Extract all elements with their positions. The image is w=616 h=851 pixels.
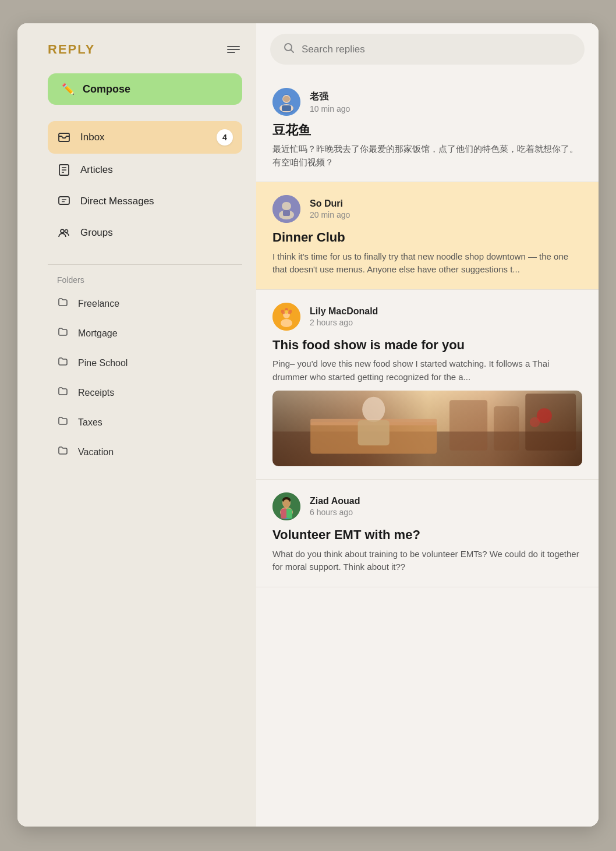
folder-icon-vacation: [57, 445, 69, 459]
dm-icon: [57, 194, 71, 208]
message-header-lily: Lily MacDonald 2 hours ago: [272, 303, 582, 331]
folders-section-label: Folders: [48, 275, 242, 285]
message-subject-soduri: Dinner Club: [272, 230, 582, 245]
svg-point-41: [530, 417, 540, 427]
sender-time-soduri: 20 min ago: [310, 210, 350, 219]
folder-label-receipts: Receipts: [78, 388, 114, 398]
search-input[interactable]: [302, 44, 572, 55]
message-body-ziad: What do you think about training to be v…: [272, 548, 582, 574]
svg-rect-38: [494, 406, 519, 451]
compose-button[interactable]: ✏️ Compose: [48, 73, 242, 105]
message-card-ziad[interactable]: Ziad Aouad 6 hours ago Volunteer EMT wit…: [256, 480, 599, 587]
folder-item-vacation[interactable]: Vacation: [48, 438, 242, 466]
sender-time-lily: 2 hours ago: [310, 318, 378, 327]
compose-icon: ✏️: [62, 83, 75, 95]
articles-label: Articles: [80, 164, 113, 176]
avatar-ziad: [272, 492, 300, 520]
svg-rect-36: [358, 420, 390, 445]
sender-name-lily: Lily MacDonald: [310, 306, 378, 317]
compose-label: Compose: [83, 83, 130, 95]
folder-label-vacation: Vacation: [78, 447, 114, 458]
message-image-lily: [272, 391, 582, 466]
app-logo: REPLY: [48, 42, 95, 57]
sender-time-laomao: 10 min ago: [310, 104, 350, 114]
folder-icon-pine-school: [57, 356, 69, 370]
menu-line-2: [227, 49, 240, 50]
svg-rect-18: [282, 105, 291, 111]
sender-time-ziad: 6 hours ago: [310, 508, 360, 517]
main-content: 老强 10 min ago 豆花鱼 最近忙吗？昨晚我去了你最爱的那家饭馆，点了他…: [256, 23, 599, 827]
nav-items: Inbox 4 Articles: [48, 121, 242, 248]
folder-item-taxes[interactable]: Taxes: [48, 408, 242, 437]
nav-divider: [48, 264, 242, 265]
svg-rect-5: [59, 197, 69, 204]
groups-icon: [57, 226, 71, 240]
avatar-soduri: [272, 195, 300, 223]
message-subject-lily: This food show is made for you: [272, 338, 582, 353]
sender-info-lily: Lily MacDonald 2 hours ago: [310, 306, 378, 327]
sidebar-item-articles[interactable]: Articles: [48, 155, 242, 185]
folder-icon-taxes: [57, 415, 69, 430]
dm-label: Direct Messages: [80, 196, 154, 207]
sidebar-item-groups[interactable]: Groups: [48, 218, 242, 248]
menu-line-1: [227, 46, 240, 47]
folder-item-freelance[interactable]: Freelance: [48, 289, 242, 318]
svg-rect-20: [282, 202, 291, 210]
inbox-label: Inbox: [80, 132, 105, 143]
menu-line-3: [227, 52, 235, 53]
message-card-soduri[interactable]: So Duri 20 min ago Dinner Club I think i…: [256, 182, 599, 289]
message-body-lily: Ping– you'd love this new food show I st…: [272, 357, 582, 384]
sender-name-laomao: 老强: [310, 91, 350, 103]
message-card-laomao[interactable]: 老强 10 min ago 豆花鱼 最近忙吗？昨晚我去了你最爱的那家饭馆，点了他…: [256, 75, 599, 182]
message-body-laomao: 最近忙吗？昨晚我去了你最爱的那家饭馆，点了他们的特色菜，吃着就想你了。有空咱们视…: [272, 143, 582, 169]
inbox-badge: 4: [217, 129, 233, 146]
sender-info-laomao: 老强 10 min ago: [310, 91, 350, 114]
folder-icon-receipts: [57, 385, 69, 400]
svg-point-35: [362, 397, 385, 422]
svg-rect-37: [449, 400, 487, 451]
svg-rect-17: [283, 96, 290, 102]
folder-label-taxes: Taxes: [78, 417, 102, 428]
sender-info-soduri: So Duri 20 min ago: [310, 198, 350, 219]
sender-name-ziad: Ziad Aouad: [310, 496, 360, 506]
folder-label-freelance: Freelance: [78, 299, 119, 309]
folder-label-mortgage: Mortgage: [78, 328, 118, 339]
sender-info-ziad: Ziad Aouad 6 hours ago: [310, 496, 360, 517]
avatar-lily: [272, 303, 300, 331]
message-header-soduri: So Duri 20 min ago: [272, 195, 582, 223]
search-bar: [270, 34, 585, 65]
sidebar: REPLY ✏️ Compose Inbox: [17, 23, 256, 827]
folder-item-mortgage[interactable]: Mortgage: [48, 319, 242, 348]
sidebar-item-direct-messages[interactable]: Direct Messages: [48, 186, 242, 217]
svg-rect-22: [283, 210, 290, 216]
folder-icon-freelance: [57, 296, 69, 311]
app-container: REPLY ✏️ Compose Inbox: [17, 23, 599, 827]
sidebar-item-inbox[interactable]: Inbox 4: [48, 121, 242, 154]
folder-icon-mortgage: [57, 326, 69, 341]
message-header-laomao: 老强 10 min ago: [272, 88, 582, 116]
folder-label-pine-school: Pine School: [78, 358, 128, 368]
sender-name-soduri: So Duri: [310, 198, 350, 209]
message-subject-laomao: 豆花鱼: [272, 123, 582, 138]
svg-point-8: [61, 229, 64, 233]
search-bar-wrapper: [256, 23, 599, 75]
search-icon: [283, 42, 295, 56]
sidebar-header: REPLY: [48, 42, 242, 57]
folder-item-receipts[interactable]: Receipts: [48, 378, 242, 407]
svg-line-11: [291, 50, 294, 53]
groups-label: Groups: [80, 227, 113, 239]
folder-item-pine-school[interactable]: Pine School: [48, 349, 242, 377]
svg-point-46: [283, 499, 290, 508]
avatar-laomao: [272, 88, 300, 116]
message-subject-ziad: Volunteer EMT with me?: [272, 527, 582, 542]
svg-point-29: [285, 310, 288, 314]
svg-point-9: [65, 230, 68, 233]
folder-items: Freelance Mortgage Pine School: [48, 289, 242, 466]
messages-list: 老强 10 min ago 豆花鱼 最近忙吗？昨晚我去了你最爱的那家饭馆，点了他…: [256, 75, 599, 827]
menu-toggle-button[interactable]: [225, 44, 242, 55]
message-header-ziad: Ziad Aouad 6 hours ago: [272, 492, 582, 520]
message-body-soduri: I think it's time for us to finally try …: [272, 250, 582, 276]
inbox-icon: [57, 130, 71, 144]
articles-icon: [57, 163, 71, 177]
message-card-lily[interactable]: Lily MacDonald 2 hours ago This food sho…: [256, 290, 599, 480]
